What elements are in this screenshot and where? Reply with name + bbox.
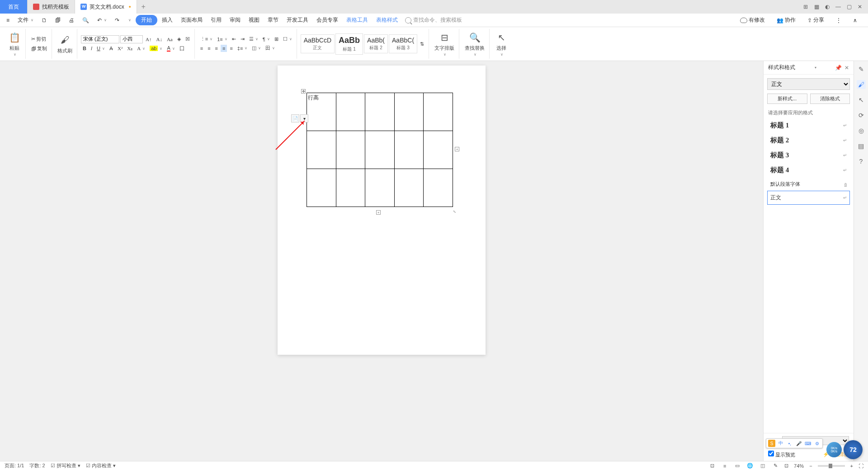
bold[interactable]: B xyxy=(81,45,88,52)
style-entry-h3[interactable]: 标题 3↵ xyxy=(767,148,850,163)
table-move-handle[interactable]: ✥ xyxy=(301,89,306,94)
menu-references[interactable]: 引用 xyxy=(207,14,225,26)
share-button[interactable]: ⇪ 分享 xyxy=(804,14,828,26)
side-refresh-icon[interactable]: ⟳ xyxy=(857,111,866,120)
char-border[interactable]: ☒ xyxy=(184,35,192,43)
bullets[interactable]: ⋮≡∨ xyxy=(198,35,214,43)
italic[interactable]: I xyxy=(89,45,94,52)
table-cell[interactable] xyxy=(307,169,336,207)
network-monitor-widget[interactable]: 0K/s0K/s xyxy=(826,442,842,457)
table-row[interactable]: 行高 xyxy=(307,93,453,131)
view-edit-icon[interactable]: ✎ xyxy=(772,462,779,470)
style-entry-h2[interactable]: 标题 2↵ xyxy=(767,133,850,148)
strikethrough[interactable]: A̶ xyxy=(108,45,115,52)
align-center[interactable]: ≡ xyxy=(206,45,212,52)
menu-insert[interactable]: 插入 xyxy=(158,14,176,26)
content-check-toggle[interactable]: ☑ 内容检查 ▾ xyxy=(86,462,116,469)
paste-button[interactable]: 📋 粘贴∨ xyxy=(6,30,23,57)
menu-file[interactable]: 文件∨ xyxy=(14,14,37,26)
float-insert-icon[interactable]: 📄 xyxy=(291,114,299,122)
ime-lang-icon[interactable]: 中 xyxy=(777,440,784,447)
table-row[interactable] xyxy=(307,131,453,169)
menu-start[interactable]: 开始 xyxy=(136,15,157,25)
minimize-icon[interactable]: — xyxy=(835,3,842,10)
tab-add[interactable]: + xyxy=(137,3,150,11)
table-add-col-handle[interactable]: + xyxy=(455,147,459,151)
table-cell[interactable] xyxy=(424,169,453,207)
line-spacing[interactable]: ‡≡∨ xyxy=(236,45,250,52)
command-search[interactable]: 查找命令、搜索模板 xyxy=(402,15,465,25)
word-count[interactable]: 字数: 2 xyxy=(29,462,45,469)
style-entry-normal[interactable]: 正文↵ xyxy=(767,191,850,205)
qat-preview[interactable]: 🔍 xyxy=(79,15,93,25)
align-justify[interactable]: ≡ xyxy=(221,45,227,52)
side-style-icon[interactable]: 🖌 xyxy=(857,80,866,89)
subscript[interactable]: X₂ xyxy=(125,45,134,52)
menu-member[interactable]: 会员专享 xyxy=(313,14,342,26)
new-style-button[interactable]: 新样式... xyxy=(767,94,807,104)
para-border[interactable]: 田∨ xyxy=(264,44,277,52)
collapse-ribbon[interactable]: ∧ xyxy=(849,15,861,25)
page[interactable]: ✥ 📄 ▾ 行高 + + xyxy=(278,66,486,355)
table-cell[interactable] xyxy=(424,93,453,131)
table-cell[interactable] xyxy=(365,169,395,207)
style-entry-h4[interactable]: 标题 4↵ xyxy=(767,163,850,178)
show-marks[interactable]: ¶∨ xyxy=(261,36,272,43)
table-cell[interactable] xyxy=(307,131,336,169)
zoom-slider[interactable] xyxy=(818,465,845,467)
maximize-icon[interactable]: ▢ xyxy=(845,3,853,10)
table-cell[interactable] xyxy=(365,131,395,169)
tabs-btn[interactable]: ⊞ xyxy=(273,35,280,43)
view-page-icon[interactable]: ≡ xyxy=(721,462,728,470)
numbering[interactable]: 1≡∨ xyxy=(215,36,229,43)
menu-tabletools[interactable]: 表格工具 xyxy=(343,14,372,26)
side-pen-icon[interactable]: ✎ xyxy=(857,65,866,74)
borders-btn[interactable]: ☐∨ xyxy=(281,35,294,43)
table-cell[interactable] xyxy=(336,93,365,131)
tab-templates[interactable]: 找稻壳模板 xyxy=(28,0,75,14)
align-distribute[interactable]: ≡ xyxy=(228,45,234,52)
menu-review[interactable]: 审阅 xyxy=(226,14,244,26)
view-read-icon[interactable]: ▭ xyxy=(734,462,741,470)
table-row[interactable] xyxy=(307,169,453,207)
side-book-icon[interactable]: ▤ xyxy=(857,141,866,150)
select-button[interactable]: ↖ 选择∨ xyxy=(493,30,509,57)
ime-voice-icon[interactable]: 🎤 xyxy=(795,440,802,447)
side-target-icon[interactable]: ◎ xyxy=(857,126,866,135)
text-layout-button[interactable]: ⊟ 文字排版∨ xyxy=(433,30,456,57)
highlight[interactable]: ab∨ xyxy=(148,45,164,52)
table-cell[interactable] xyxy=(394,169,424,207)
menu-section[interactable]: 章节 xyxy=(264,14,282,26)
apps-icon[interactable]: ▦ xyxy=(813,3,820,10)
superscript[interactable]: X² xyxy=(116,45,124,52)
table-cell[interactable] xyxy=(336,131,365,169)
qat-saveall[interactable]: 🗐 xyxy=(52,15,64,25)
table-cell[interactable] xyxy=(424,131,453,169)
zoom-fit[interactable]: ⊡ xyxy=(784,463,788,469)
document-area[interactable]: ✥ 📄 ▾ 行高 + + xyxy=(0,61,763,461)
underline[interactable]: U∨ xyxy=(95,45,107,52)
table-cell[interactable] xyxy=(394,93,424,131)
style-gallery[interactable]: AaBbCcD正文 AaBb标题 1 AaBb(标题 2 AaBbC(标题 3 … xyxy=(301,33,426,55)
style-heading2[interactable]: AaBb(标题 2 xyxy=(364,34,388,53)
ime-toolbar[interactable]: S 中 •, 🎤 ⌨ ⚙ xyxy=(766,438,823,448)
page-indicator[interactable]: 页面: 1/1 xyxy=(5,462,24,469)
increase-indent[interactable]: ⇥ xyxy=(239,35,246,43)
copy-button[interactable]: 🗐 复制 xyxy=(29,44,49,53)
zoom-in[interactable]: + xyxy=(850,463,853,469)
qat-undo[interactable]: ↶∨ xyxy=(94,15,110,25)
view-web-icon[interactable]: 🌐 xyxy=(746,462,754,470)
style-entry-h1[interactable]: 标题 1↵ xyxy=(767,118,850,133)
qat-redo[interactable]: ↷ xyxy=(111,15,123,25)
qat-print[interactable]: 🖨 xyxy=(65,15,78,25)
pin-icon[interactable]: 📌 xyxy=(835,65,842,71)
decrease-indent[interactable]: ⇤ xyxy=(230,35,238,43)
style-heading3[interactable]: AaBbC(标题 3 xyxy=(389,34,417,53)
tab-home[interactable]: 首页 xyxy=(0,0,28,14)
qat-save[interactable]: 🗋 xyxy=(38,15,51,25)
tab-document[interactable]: 英文文档.docx • xyxy=(75,0,137,14)
menu-tablestyle[interactable]: 表格样式 xyxy=(373,14,401,26)
table-resize-handle[interactable]: ⤡ xyxy=(452,209,457,214)
ime-logo-icon[interactable]: S xyxy=(768,440,775,447)
spellcheck-toggle[interactable]: ☑ 拼写检查 ▾ xyxy=(51,462,80,469)
